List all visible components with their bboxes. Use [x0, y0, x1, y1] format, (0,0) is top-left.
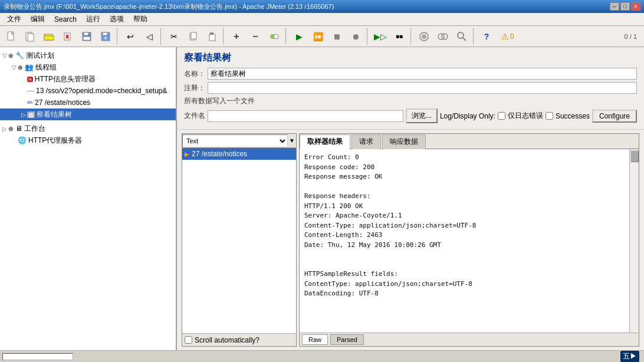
name-input[interactable]: [208, 68, 637, 80]
name-row: 名称：: [184, 68, 637, 80]
help-button[interactable]: ?: [478, 28, 495, 45]
save-as-button[interactable]: +: [97, 28, 114, 45]
menu-item-编辑[interactable]: 编辑: [26, 13, 50, 25]
tree-item-http-header[interactable]: ▷ H HTTP信息头管理器: [0, 73, 176, 85]
run-remote-button[interactable]: ▶▷: [372, 28, 389, 45]
list-item[interactable]: ▶ 27 /estate/notices: [182, 148, 296, 160]
tree-item-http-proxy[interactable]: ▷ 🌐 HTTP代理服务器: [0, 134, 176, 146]
start-no-pauses-button[interactable]: ⏩: [309, 28, 327, 45]
comment-input[interactable]: [208, 82, 637, 94]
name-label: 名称：: [184, 69, 205, 79]
separator-4: [285, 28, 288, 45]
svg-text:+: +: [103, 34, 107, 42]
tab-response-data[interactable]: 响应数据: [382, 134, 426, 149]
paste-button[interactable]: [203, 28, 221, 45]
open-icon: [44, 31, 54, 42]
save-as-icon: +: [100, 31, 111, 42]
clear-icon: [419, 31, 429, 42]
configure-button[interactable]: Configure: [592, 110, 637, 123]
cut-button[interactable]: ✂: [165, 28, 183, 45]
titlebar-title: 录制物业公告.jmx (F:\001_WorkSpace\apache-jmet…: [4, 2, 610, 11]
bottom-tab-raw[interactable]: Raw: [302, 334, 328, 345]
estate-notices-icon: ✏: [27, 98, 33, 107]
expand-button[interactable]: +: [228, 28, 245, 45]
browse-button[interactable]: 浏览...: [406, 108, 438, 123]
errors-checkbox[interactable]: [498, 112, 505, 120]
tab-sampler-results[interactable]: 取样器结果: [300, 134, 350, 149]
svg-rect-16: [209, 34, 215, 41]
tree-content: ▽ ⬟ 🔧 测试计划 ▽ ⬟ 👥 线程组 ▷ H HTTP信息头管理器 ▷: [0, 47, 176, 350]
menu-item-选项[interactable]: 选项: [105, 13, 129, 25]
list-items: ▶ 27 /estate/notices: [182, 148, 296, 333]
file-input[interactable]: [208, 110, 403, 122]
menu-item-运行[interactable]: 运行: [81, 13, 105, 25]
tab-request[interactable]: 请求: [351, 134, 381, 149]
expand-test-plan[interactable]: ▽: [1, 52, 8, 59]
svg-rect-15: [191, 32, 196, 39]
expand-thread-group[interactable]: ▽: [11, 64, 18, 71]
new-icon: [6, 31, 17, 42]
tree-item-sso[interactable]: ▷ — 13 /sso/v2?openid.mode=checkid_setup…: [0, 85, 176, 97]
open-button[interactable]: [40, 28, 58, 45]
templates-button[interactable]: [21, 28, 39, 45]
copy-button[interactable]: [184, 28, 202, 45]
tree-item-view-results[interactable]: ▷ ▦ 察看结果树: [0, 108, 176, 120]
left-list-panel: Text ▼ ▶ 27 /estate/notices Scroll autom…: [182, 133, 297, 347]
tree-item-estate-notices[interactable]: ▷ ✏ 27 /estate/notices: [0, 97, 176, 108]
statusbar-scroll[interactable]: [2, 353, 73, 360]
comment-row: 注释：: [184, 82, 637, 94]
tree-item-thread-group[interactable]: ▽ ⬟ 👥 线程组: [0, 61, 176, 73]
tree-item-test-plan[interactable]: ▽ ⬟ 🔧 测试计划: [0, 50, 176, 61]
detail-content: Error Count: 0 Response code: 200 Respon…: [300, 149, 639, 333]
separator-1: [117, 28, 119, 45]
find-button[interactable]: [453, 28, 471, 45]
maximize-button[interactable]: □: [620, 2, 630, 11]
copy-icon: [188, 31, 198, 42]
svg-rect-9: [84, 32, 88, 35]
close-test-button[interactable]: [59, 28, 77, 45]
scroll-auto-checkbox[interactable]: [185, 336, 192, 344]
expand-workbench[interactable]: ▷: [1, 126, 8, 132]
clear-all-button[interactable]: [434, 28, 452, 45]
start-button[interactable]: ▶: [290, 28, 308, 45]
successes-checkbox[interactable]: [546, 112, 553, 120]
list-footer: Scroll automatically?: [182, 333, 296, 346]
menu-item-Search[interactable]: Search: [50, 13, 81, 25]
svg-point-23: [442, 34, 448, 40]
detail-scrollbar[interactable]: [629, 149, 639, 333]
shutdown-button[interactable]: ⏺: [347, 28, 364, 45]
new-button[interactable]: [2, 28, 20, 45]
http-header-icon: H: [27, 77, 33, 82]
main-layout: ▽ ⬟ 🔧 测试计划 ▽ ⬟ 👥 线程组 ▷ H HTTP信息头管理器 ▷: [0, 47, 644, 350]
save-button[interactable]: [78, 28, 96, 45]
comment-label: 注释：: [184, 83, 205, 93]
stop-remote-button[interactable]: ■■: [390, 28, 408, 45]
svg-point-19: [274, 34, 278, 39]
collapse-button[interactable]: −: [247, 28, 264, 45]
view-header: 察看结果树 名称： 注释： 所有数据写入一个文件 文件名 浏览... Log/D…: [177, 47, 644, 130]
close-button[interactable]: ✕: [631, 2, 640, 11]
expand-view-results[interactable]: ▷: [20, 111, 27, 118]
minimize-button[interactable]: ─: [610, 2, 619, 11]
menu-item-文件[interactable]: 文件: [2, 13, 26, 25]
separator-5: [367, 28, 369, 45]
menu-item-帮助[interactable]: 帮助: [129, 13, 152, 25]
workbench-label: 工作台: [24, 124, 45, 134]
dropdown-arrow[interactable]: ▼: [288, 136, 296, 145]
clear-button[interactable]: [415, 28, 433, 45]
bottom-tab-parsed[interactable]: Parsed: [330, 334, 364, 345]
workbench-icon: 🖥: [15, 124, 22, 133]
test-plan-icon: 🔧: [15, 51, 24, 60]
warning-area: ⚠ 0: [501, 32, 514, 41]
list-dropdown[interactable]: Text: [182, 134, 288, 147]
toggle-button[interactable]: [265, 28, 283, 45]
svg-rect-17: [210, 32, 213, 35]
tree-item-workbench[interactable]: ▷ ⬟ 🖥 工作台: [0, 123, 176, 134]
list-toolbar: Text ▼: [182, 134, 296, 148]
file-label: 文件名: [184, 111, 205, 121]
redo-button[interactable]: ◁: [140, 28, 158, 45]
undo-button[interactable]: ↩: [121, 28, 139, 45]
stop-button[interactable]: ⏹: [328, 28, 346, 45]
titlebar: 录制物业公告.jmx (F:\001_WorkSpace\apache-jmet…: [0, 0, 644, 13]
thread-group-icon: 👥: [25, 63, 34, 71]
